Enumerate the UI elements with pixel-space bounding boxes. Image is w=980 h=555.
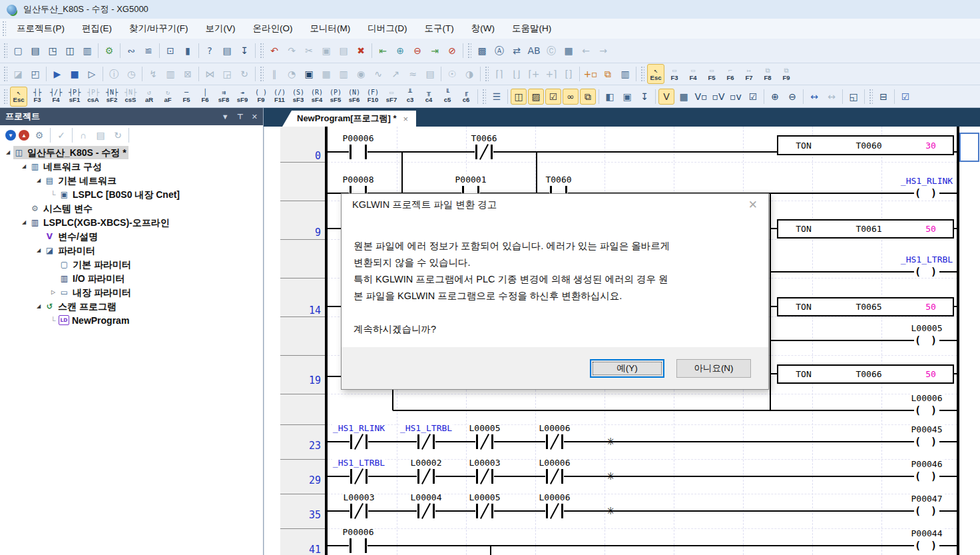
panel-pin-icon[interactable]: ⊤	[237, 113, 244, 121]
variable-device-display-icon[interactable]: V▫	[693, 89, 709, 105]
coil-set-icon[interactable]: (S)sF3	[290, 87, 307, 107]
run-icon[interactable]: ▶	[49, 66, 65, 82]
nc-contact-L00005[interactable]	[475, 434, 494, 449]
branch-c4-icon[interactable]: ╥c4	[420, 87, 437, 107]
navigate-forward-icon[interactable]: →	[595, 43, 611, 59]
insert-row-icon[interactable]: ⇤	[375, 43, 391, 59]
ladder-comment-icon[interactable]: ⊟	[875, 89, 891, 105]
coil-af-icon[interactable]: ↻aF	[159, 87, 176, 107]
coil-pulse-n-icon[interactable]: (N)sF6	[346, 87, 363, 107]
navigate-back-icon[interactable]: ←	[578, 43, 594, 59]
expand-arrow-icon[interactable]: ◢	[33, 247, 44, 253]
coil-pulse-p-icon[interactable]: (P)sF5	[327, 87, 344, 107]
menu-item-6[interactable]: 디버그(D)	[359, 19, 415, 39]
coil-_HS1_RLINK[interactable]: ( )	[914, 187, 939, 199]
write-check-icon[interactable]: ◲	[219, 66, 235, 82]
tab-newprogram[interactable]: NewProgram[프로그램] * ×	[282, 111, 416, 127]
tree-item-4[interactable]: ⚙시스템 변수	[0, 201, 263, 215]
find-icon[interactable]: Ⓐ	[491, 43, 507, 59]
tree-item-7[interactable]: ◢◪파라미터	[0, 243, 263, 257]
io-table-icon[interactable]: ▥	[336, 66, 352, 82]
program-compare-icon[interactable]: ▥	[162, 66, 178, 82]
statement-list-icon[interactable]: ☰	[489, 89, 505, 105]
monitor-resume-icon[interactable]: ◔	[284, 66, 300, 82]
contact-nc-icon[interactable]: ┤/├F4	[47, 87, 65, 107]
no-contact-P00006[interactable]	[349, 145, 368, 159]
panel-dropdown-icon[interactable]: ▼	[222, 113, 229, 121]
used-device-icon[interactable]: ☑	[745, 89, 761, 105]
monitor-f6-icon[interactable]: ⌐F6	[722, 64, 739, 84]
text-replace-icon[interactable]: AB	[526, 43, 542, 59]
column-width-decrease-icon[interactable]: ↔	[824, 89, 840, 105]
device-comment-display-icon[interactable]: ▫v	[728, 89, 744, 105]
horizontal-line-icon[interactable]: ─F5	[178, 87, 195, 107]
menu-item-5[interactable]: 모니터(M)	[302, 19, 360, 39]
delete-row-icon[interactable]: ⊖	[409, 43, 425, 59]
no-button[interactable]: 아니요(N)	[676, 359, 751, 378]
nc-contact-_HS1_LTRBL[interactable]	[417, 434, 435, 449]
loop-close-icon[interactable]: ⌊⌋	[509, 66, 525, 82]
menu-item-8[interactable]: 창(W)	[463, 19, 503, 39]
tree-item-2[interactable]: ◢▤기본 네트워크	[0, 173, 263, 187]
memory-view-icon[interactable]: ▣	[619, 89, 635, 105]
print-icon[interactable]: ▥	[79, 43, 95, 59]
monitor-mode-icon[interactable]: ▣	[301, 66, 317, 82]
memory-grid-icon[interactable]: ▦	[561, 43, 577, 59]
import-project-icon[interactable]: ◳	[45, 43, 61, 59]
zoom-out-icon[interactable]: ⊖	[784, 89, 800, 105]
menu-item-0[interactable]: 프로젝트(P)	[8, 19, 73, 39]
device-test-icon[interactable]: ▦	[318, 66, 334, 82]
plc-reset-icon[interactable]: ▮	[180, 43, 196, 59]
tree-item-0[interactable]: ◢◫일산두산_K80S - 수정 *	[0, 145, 263, 159]
coil-icon[interactable]: ( )F9	[252, 87, 270, 107]
connection-settings-icon[interactable]: ∾	[123, 43, 139, 59]
coil-L00005[interactable]: ( )	[914, 334, 939, 346]
coil-closed-icon[interactable]: (/)F11	[271, 87, 288, 107]
device-variable-display-icon[interactable]: ▫V	[710, 89, 726, 105]
project-panel-header[interactable]: 프로젝트 ▼ ⊤ ✕	[0, 108, 263, 125]
panel-check-icon[interactable]: ✓	[54, 128, 69, 143]
yes-button[interactable]: 예(Y)	[590, 359, 664, 378]
import-file-icon[interactable]: ◰	[27, 66, 43, 82]
nc-contact-L00006[interactable]	[545, 469, 564, 484]
menu-item-9[interactable]: 도움말(H)	[503, 19, 560, 39]
monitor-window-toggle-icon[interactable]: ∞	[563, 89, 579, 105]
function-block-TON-T0066[interactable]: TONT006650	[777, 364, 954, 384]
coil-P00044[interactable]: ( )	[914, 540, 939, 552]
monitor-pause-icon[interactable]: ∥	[266, 66, 282, 82]
expand-arrow-icon[interactable]: ◢	[33, 177, 44, 183]
coil-_HS1_LTRBL[interactable]: ( )	[914, 266, 939, 278]
plc-clear-icon[interactable]: ⊠	[180, 66, 196, 82]
nc-contact-L00006[interactable]	[545, 504, 564, 518]
plc-history-icon[interactable]: ◑	[461, 66, 477, 82]
coil-reset-icon[interactable]: (R)sF4	[308, 87, 326, 107]
menu-item-1[interactable]: 편집(E)	[73, 19, 121, 39]
function-info-icon[interactable]: ◧	[602, 89, 618, 105]
panel-wrench-icon[interactable]: ⚙	[32, 128, 47, 143]
time-info-icon[interactable]: ◷	[123, 66, 139, 82]
menu-item-4[interactable]: 온라인(O)	[244, 19, 302, 39]
full-screen-icon[interactable]: ◱	[846, 89, 861, 105]
program-check-icon[interactable]: ▩	[474, 43, 490, 59]
connection-line-icon[interactable]: ⇉sF8	[215, 87, 232, 107]
contact-no-icon[interactable]: ┤├F3	[29, 87, 46, 107]
start-monitor-icon[interactable]: ⊡	[162, 43, 178, 59]
flash-write-icon[interactable]: ↯	[145, 66, 161, 82]
collapse-arrow-icon[interactable]: ▷	[48, 289, 59, 295]
block-up-icon[interactable]: ⌈+	[526, 66, 542, 82]
tree-item-8[interactable]: ▢기본 파라미터	[0, 257, 263, 271]
ladder-esc-icon[interactable]: ↖Esc	[10, 87, 27, 107]
menu-item-3[interactable]: 보기(V)	[197, 19, 244, 39]
function-block-TON-T0061[interactable]: TONT006150	[777, 219, 954, 239]
tree-item-9[interactable]: ▥I/O 파라미터	[0, 271, 263, 285]
collapse-all-icon[interactable]: ▲	[19, 130, 29, 141]
expand-arrow-icon[interactable]: ◢	[19, 219, 29, 225]
extended-function-icon[interactable]: ▭sF7	[383, 87, 400, 107]
monitor-f4-icon[interactable]: ▭F4	[684, 64, 702, 84]
expand-arrow-icon[interactable]: ◢	[33, 303, 44, 309]
panel-close-icon[interactable]: ✕	[252, 113, 258, 121]
panel-refresh-icon[interactable]: ↻	[111, 128, 125, 143]
stop-icon[interactable]: ■	[67, 66, 83, 82]
nc-contact-L00004[interactable]	[417, 504, 435, 518]
user-info-icon[interactable]: ▤	[219, 43, 235, 59]
